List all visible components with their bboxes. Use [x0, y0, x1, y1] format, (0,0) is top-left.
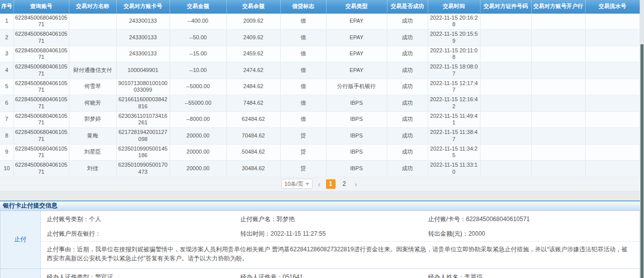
- table-cell: 黄梅: [69, 128, 116, 145]
- field-stop-card-number: 止付账/卡号：6228450068040610571: [428, 212, 633, 227]
- next-page-button[interactable]: ›: [353, 180, 359, 188]
- column-header: 交易流水号: [585, 0, 640, 13]
- field-transfer-time: 转出时间：2022-11-15 11:27:55: [240, 227, 428, 241]
- table-cell: 70484.62: [226, 128, 280, 145]
- handler-info-group: 经办信息 经办人证件类型：警官证 经办人证件号：051641 经办人姓名：李晨琨: [1, 268, 639, 278]
- table-cell: 成功: [387, 95, 428, 112]
- table-cell: 2022-11-15 12:16:42: [428, 95, 480, 112]
- table-cell: [480, 46, 531, 62]
- table-cell: 2022-11-15 11:49:41: [428, 111, 480, 128]
- page-size-label: 10条/页: [284, 180, 303, 188]
- table-cell: IBPS: [326, 128, 387, 145]
- scrollbar-thumb[interactable]: [640, 44, 643, 278]
- table-cell: 郭梦婷: [69, 111, 116, 128]
- table-cell: 成功: [387, 30, 428, 46]
- table-cell: 2022-11-15 12:17:47: [428, 79, 480, 95]
- table-cell: 2459.62: [226, 46, 280, 62]
- table-cell: 6228450068040610571: [14, 144, 69, 161]
- column-header: 交易金额: [170, 0, 226, 13]
- table-cell: 2022-11-15 11:33:10: [428, 161, 480, 177]
- column-header: 交易对方账卡号: [116, 0, 170, 13]
- table-cell: IBPS: [326, 161, 387, 177]
- table-cell: 借: [280, 62, 326, 79]
- table-cell: [531, 111, 585, 128]
- page: 序号查询账号交易对方名称交易对方账卡号交易金额交易余额借贷标志交易类型交易是否成…: [0, 0, 644, 278]
- table-cell: 6235010990500145186: [116, 144, 170, 161]
- table-cell: [480, 128, 531, 145]
- table-cell: [480, 13, 531, 30]
- table-cell: 6228450068040610571: [14, 111, 69, 128]
- table-cell: [69, 46, 116, 62]
- page-size-select[interactable]: 10条/页: [281, 179, 312, 189]
- table-cell: [585, 161, 640, 177]
- table-row: 16228450068040610571243300133--400.00200…: [0, 13, 640, 30]
- table-cell: [585, 111, 640, 128]
- column-header: 交易对方证件号码: [480, 0, 531, 13]
- table-cell: 财付通微信支付: [69, 62, 116, 79]
- table-cell: 2: [0, 30, 14, 46]
- table-cell: 借: [280, 111, 326, 128]
- table-cell: 20000.00: [170, 161, 226, 177]
- table-cell: [480, 79, 531, 95]
- stop-payment-section-title: 银行卡止付提交信息: [0, 200, 640, 211]
- table-cell: 成功: [387, 128, 428, 145]
- table-cell: 贷: [280, 128, 326, 145]
- table-cell: 20000.00: [170, 128, 226, 145]
- table-cell: EPAY: [326, 30, 387, 46]
- table-cell: EPAY: [326, 46, 387, 62]
- table-cell: [531, 161, 585, 177]
- table-cell: [585, 79, 640, 95]
- table-cell: 成功: [387, 46, 428, 62]
- field-stop-account-name: 止付账户名：郭梦艳: [240, 212, 428, 227]
- table-cell: 243300133: [116, 46, 170, 62]
- table-row: 96228450068040610571刘星臣62350109905001451…: [0, 144, 640, 161]
- table-cell: [531, 13, 585, 30]
- transactions-table: 序号查询账号交易对方名称交易对方账卡号交易金额交易余额借贷标志交易类型交易是否成…: [0, 0, 640, 177]
- table-cell: 成功: [387, 161, 428, 177]
- handler-info-group-label: 经办信息: [1, 269, 41, 278]
- table-cell: 5: [0, 79, 14, 95]
- table-cell: 6217281942001127098: [116, 128, 170, 145]
- stop-payment-group-label: 止付: [1, 211, 41, 268]
- table-cell: 10: [0, 161, 14, 177]
- table-cell: --10.00: [170, 62, 226, 79]
- table-cell: 2022-11-15 11:38:47: [428, 128, 480, 145]
- table-cell: --400.00: [170, 13, 226, 30]
- table-cell: 2022-11-15 20:11:08: [428, 46, 480, 62]
- table-row: 26228450068040610571243300133--50.002409…: [0, 30, 640, 46]
- table-cell: [531, 30, 585, 46]
- table-cell: EPAY: [326, 13, 387, 30]
- column-header: 查询账号: [14, 0, 69, 13]
- page-button-2[interactable]: 2: [340, 179, 349, 189]
- table-cell: 243300133: [116, 13, 170, 30]
- table-cell: 1000049901: [116, 62, 170, 79]
- table-cell: 6228450068040610571: [14, 128, 69, 145]
- prev-page-button[interactable]: ‹: [316, 180, 322, 188]
- page-scrollbar[interactable]: [640, 0, 644, 278]
- table-cell: --15.00: [170, 46, 226, 62]
- table-cell: --55000.00: [170, 95, 226, 112]
- page-button-1[interactable]: 1: [326, 179, 336, 189]
- table-cell: 何晓芳: [69, 95, 116, 112]
- column-header: 交易对方名称: [69, 0, 116, 13]
- table-cell: [531, 95, 585, 112]
- table-cell: IBPS: [326, 144, 387, 161]
- table-cell: [585, 144, 640, 161]
- column-header: 交易是否成功: [387, 0, 428, 13]
- table-cell: 贷: [280, 144, 326, 161]
- table-row: 56228450068040610571何雪琴90107130801001000…: [0, 79, 640, 95]
- table-cell: 成功: [387, 79, 428, 95]
- table-cell: [585, 30, 640, 46]
- field-handler-id-number: 经办人证件号：051641: [240, 270, 428, 278]
- chevron-down-icon: [305, 183, 309, 185]
- table-cell: 刘星臣: [69, 144, 116, 161]
- table-row: 66228450068040610571何晓芳62166116000038428…: [0, 95, 640, 112]
- table-cell: [531, 128, 585, 145]
- table-cell: [480, 95, 531, 112]
- table-cell: 成功: [387, 13, 428, 30]
- table-cell: 4: [0, 62, 14, 79]
- pagination: 10条/页 ‹ 1 2 ›: [0, 177, 640, 191]
- table-row: 106228450068040610571刘佳62350109905001704…: [0, 161, 640, 177]
- table-cell: 2484.62: [226, 79, 280, 95]
- table-cell: 借: [280, 30, 326, 46]
